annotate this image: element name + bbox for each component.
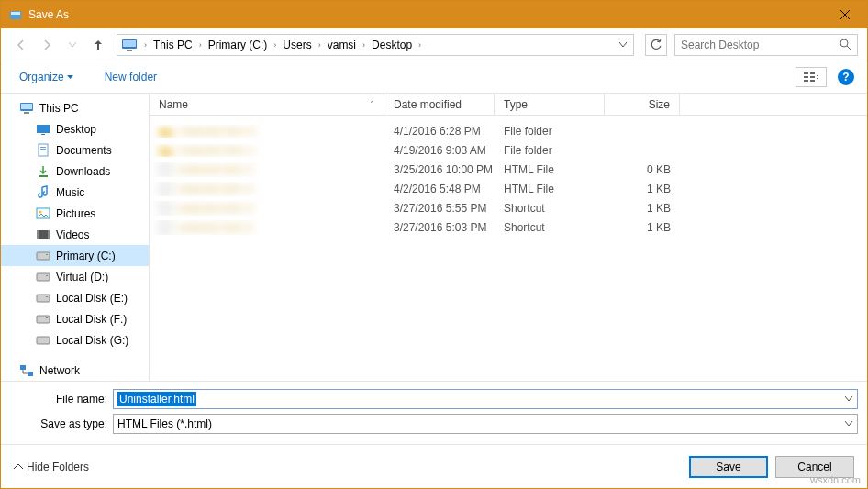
search-box[interactable] <box>674 34 858 56</box>
file-size: 1 KB <box>605 202 680 215</box>
save-button[interactable]: Save <box>689 456 768 478</box>
tree-item[interactable]: Primary (C:) <box>1 245 149 266</box>
filename-dropdown[interactable] <box>840 396 857 402</box>
file-type: Shortcut <box>495 202 605 215</box>
crumb-3[interactable]: vamsi <box>324 35 360 55</box>
svg-rect-26 <box>37 230 50 239</box>
file-name: redacted item 4 <box>177 202 253 215</box>
file-size: 0 KB <box>605 163 680 176</box>
forward-button[interactable] <box>36 34 58 56</box>
action-bar: Hide Folders Save Cancel wsxdn.com <box>1 444 867 488</box>
music-icon <box>36 185 50 200</box>
recent-dropdown[interactable] <box>61 34 83 56</box>
type-dropdown[interactable] <box>840 421 857 427</box>
svg-rect-5 <box>123 40 136 47</box>
disk-icon <box>36 270 50 284</box>
back-button[interactable] <box>10 34 32 56</box>
tree-item[interactable]: Videos <box>1 224 149 245</box>
tree-item[interactable]: Local Disk (E:) <box>1 287 149 308</box>
file-date: 4/19/2016 9:03 AM <box>384 144 495 157</box>
tree-item[interactable]: Local Disk (G:) <box>1 329 149 350</box>
crumb-4[interactable]: Desktop <box>368 35 416 55</box>
svg-rect-17 <box>24 112 29 114</box>
file-icon <box>159 182 172 196</box>
chevron-icon[interactable]: › <box>316 35 324 55</box>
address-dropdown[interactable] <box>615 42 631 48</box>
nav-tree[interactable]: This PCDesktopDocumentsDownloadsMusicPic… <box>1 94 150 381</box>
svg-rect-12 <box>810 72 815 74</box>
address-bar[interactable]: › This PC › Primary (C:) › Users › vamsi… <box>117 34 634 56</box>
close-button[interactable] <box>824 1 865 28</box>
col-type[interactable]: Type <box>495 94 605 115</box>
tree-item[interactable]: Local Disk (F:) <box>1 308 149 329</box>
file-date: 4/2/2016 5:48 PM <box>384 183 495 195</box>
dl-icon <box>36 164 50 179</box>
tree-item[interactable]: Music <box>1 182 149 203</box>
file-size: 1 KB <box>605 221 680 234</box>
up-button[interactable] <box>87 34 109 56</box>
chevron-icon[interactable]: › <box>416 35 424 55</box>
tree-item[interactable]: Documents <box>1 139 149 161</box>
chevron-icon[interactable]: › <box>271 35 279 55</box>
file-row[interactable]: redacted item 1 4/19/2016 9:03 AM File f… <box>150 140 867 160</box>
tree-network[interactable]: Network <box>1 360 149 381</box>
svg-rect-33 <box>37 295 50 302</box>
svg-rect-38 <box>46 339 48 339</box>
chevron-icon[interactable]: › <box>196 35 205 55</box>
file-name: redacted item 0 <box>179 125 255 138</box>
new-folder-button[interactable]: New folder <box>99 67 162 87</box>
search-icon <box>840 39 851 50</box>
refresh-button[interactable] <box>645 34 667 56</box>
tree-item[interactable]: Downloads <box>1 161 149 182</box>
chevron-icon[interactable]: › <box>360 35 368 55</box>
svg-rect-30 <box>46 254 48 255</box>
col-name[interactable]: Name˄ <box>150 94 384 115</box>
search-input[interactable] <box>681 39 840 51</box>
network-icon <box>19 363 34 378</box>
tree-this-pc[interactable]: This PC <box>1 97 149 118</box>
svg-point-25 <box>39 210 42 213</box>
file-icon <box>159 144 173 157</box>
file-icon <box>159 125 173 138</box>
file-type: HTML File <box>495 183 605 195</box>
pc-icon <box>119 38 139 52</box>
app-icon <box>8 7 23 22</box>
crumb-1[interactable]: Primary (C:) <box>205 35 272 55</box>
crumb-0[interactable]: This PC <box>150 35 196 55</box>
file-row[interactable]: redacted item 0 4/1/2016 6:28 PM File fo… <box>150 121 867 140</box>
svg-rect-36 <box>46 317 48 318</box>
svg-rect-34 <box>46 296 48 297</box>
column-headers: Name˄ Date modified Type Size <box>150 94 867 116</box>
type-select[interactable]: HTML Files (*.html) <box>113 414 858 434</box>
svg-line-8 <box>847 46 851 50</box>
filename-input[interactable]: Uninstaller.html <box>113 389 858 409</box>
file-row[interactable]: redacted item 4 3/27/2016 5:55 PM Shortc… <box>150 198 867 217</box>
file-row[interactable]: redacted item 3 4/2/2016 5:48 PM HTML Fi… <box>150 179 867 198</box>
file-row[interactable]: redacted item 2 3/25/2016 10:00 PM HTML … <box>150 160 867 179</box>
svg-rect-23 <box>39 175 48 177</box>
svg-rect-11 <box>804 80 808 82</box>
tree-item[interactable]: Desktop <box>1 118 149 139</box>
svg-rect-42 <box>161 183 170 194</box>
col-size[interactable]: Size <box>605 94 680 115</box>
tree-item[interactable]: Pictures <box>1 203 149 224</box>
file-name: redacted item 5 <box>177 221 253 234</box>
help-button[interactable]: ? <box>838 69 854 85</box>
file-icon <box>159 220 172 235</box>
file-type: Shortcut <box>495 221 605 234</box>
window-title: Save As <box>28 8 824 21</box>
crumb-2[interactable]: Users <box>279 35 315 55</box>
organize-menu[interactable]: Organize <box>14 67 79 87</box>
tree-item[interactable]: Virtual (D:) <box>1 266 149 287</box>
file-row[interactable]: redacted item 5 3/27/2016 5:03 PM Shortc… <box>150 217 867 237</box>
hide-folders-button[interactable]: Hide Folders <box>14 461 89 473</box>
svg-rect-9 <box>804 72 808 74</box>
svg-point-7 <box>840 39 848 47</box>
chevron-icon[interactable]: › <box>141 35 150 55</box>
file-icon <box>159 201 172 216</box>
file-icon <box>159 162 172 177</box>
disk-icon <box>36 312 50 327</box>
chevron-up-icon <box>14 463 23 471</box>
view-button[interactable] <box>796 67 827 87</box>
col-date[interactable]: Date modified <box>384 94 495 115</box>
